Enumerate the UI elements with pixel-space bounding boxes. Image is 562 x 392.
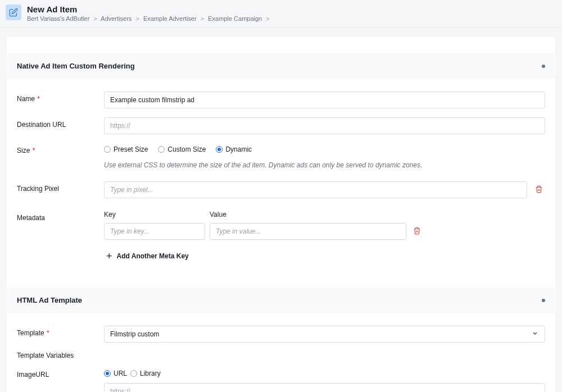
destination-url-input[interactable]: [104, 117, 545, 134]
size-hint: Use external CSS to determine the size o…: [104, 161, 545, 169]
section-title: HTML Ad Template: [17, 296, 82, 304]
size-dynamic-radio[interactable]: Dynamic: [216, 145, 252, 153]
size-radio-group: Preset Size Custom Size Dynamic: [104, 143, 545, 156]
name-input[interactable]: [104, 92, 545, 108]
breadcrumb-item[interactable]: Example Advertiser: [143, 15, 197, 22]
delete-metadata-button[interactable]: [411, 225, 423, 239]
imageurl-url-radio[interactable]: URL: [104, 370, 127, 377]
template-label: Template *: [17, 326, 104, 337]
size-custom-radio[interactable]: Custom Size: [158, 145, 206, 153]
page-title: New Ad Item: [27, 4, 554, 14]
edit-icon: [6, 4, 21, 20]
metadata-value-header: Value: [210, 211, 406, 218]
section-title: Native Ad Item Custom Rendering: [17, 62, 135, 70]
page-header: New Ad Item Bert Variass's AdButler > Ad…: [0, 0, 562, 28]
plus-icon: +: [106, 251, 112, 261]
template-variables-label: Template Variables: [17, 352, 545, 359]
metadata-value-input[interactable]: [210, 223, 406, 240]
add-meta-key-button[interactable]: + Add Another Meta Key: [104, 251, 545, 261]
imageurl-input[interactable]: [104, 383, 545, 392]
tracking-pixel-input[interactable]: [104, 181, 527, 198]
breadcrumb-item[interactable]: Advertisers: [101, 15, 132, 22]
tracking-pixel-label: Tracking Pixel: [17, 181, 104, 193]
collapse-dot-icon[interactable]: [542, 299, 545, 302]
template-select[interactable]: Filmstrip custom: [104, 326, 545, 343]
delete-pixel-button[interactable]: [533, 183, 545, 197]
imageurl-library-radio[interactable]: Library: [130, 370, 161, 377]
metadata-key-header: Key: [104, 211, 205, 218]
metadata-key-input[interactable]: [104, 223, 205, 240]
size-preset-radio[interactable]: Preset Size: [104, 145, 148, 153]
name-label: Name *: [17, 92, 104, 103]
destination-url-label: Destination URL: [17, 117, 104, 129]
breadcrumb-item[interactable]: Bert Variass's AdButler: [27, 15, 89, 22]
section-header-template: HTML Ad Template: [7, 287, 555, 313]
breadcrumb-item[interactable]: Example Campaign: [208, 15, 262, 22]
size-label: Size *: [17, 143, 104, 154]
collapse-dot-icon[interactable]: [542, 65, 545, 68]
metadata-label: Metadata: [17, 211, 104, 222]
breadcrumb: Bert Variass's AdButler > Advertisers > …: [27, 15, 554, 22]
imageurl-label: ImageURL: [17, 367, 104, 379]
section-header-rendering: Native Ad Item Custom Rendering: [7, 53, 555, 79]
